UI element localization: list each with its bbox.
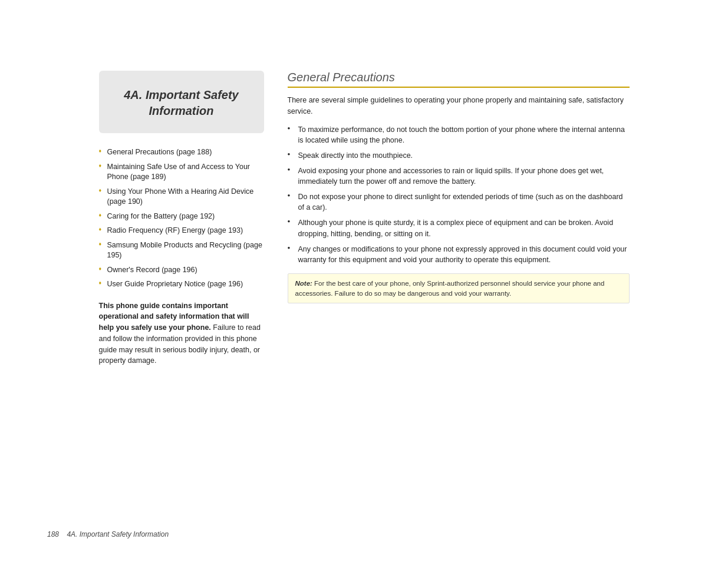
list-item: Owner's Record (page 196) bbox=[99, 265, 264, 276]
footer-chapter-ref: 4A. Important Safety Information bbox=[67, 530, 169, 538]
note-box: Note: For the best care of your phone, o… bbox=[288, 273, 630, 303]
list-item: Samsung Mobile Products and Recycling (p… bbox=[99, 240, 264, 261]
chapter-box: 4A. Important SafetyInformation bbox=[99, 71, 264, 133]
list-item: Although your phone is quite sturdy, it … bbox=[288, 217, 630, 239]
section-title: General Precautions bbox=[288, 71, 630, 84]
table-of-contents: General Precautions (page 188) Maintaini… bbox=[99, 147, 264, 290]
list-item: Radio Frequency (RF) Energy (page 193) bbox=[99, 226, 264, 236]
list-item: General Precautions (page 188) bbox=[99, 147, 264, 158]
list-item: To maximize performance, do not touch th… bbox=[288, 124, 630, 146]
left-column: 4A. Important SafetyInformation General … bbox=[99, 71, 264, 366]
page: 4A. Important SafetyInformation General … bbox=[0, 0, 728, 562]
list-item: User Guide Proprietary Notice (page 196) bbox=[99, 279, 264, 290]
section-intro: There are several simple guidelines to o… bbox=[288, 95, 630, 117]
page-number: 188 bbox=[47, 530, 59, 538]
note-text: For the best care of your phone, only Sp… bbox=[295, 280, 605, 297]
list-item: Do not expose your phone to direct sunli… bbox=[288, 191, 630, 213]
list-item: Caring for the Battery (page 192) bbox=[99, 211, 264, 222]
intro-paragraph: This phone guide contains important oper… bbox=[99, 300, 264, 367]
list-item: Avoid exposing your phone and accessorie… bbox=[288, 166, 630, 187]
list-item: Speak directly into the mouthpiece. bbox=[288, 150, 630, 161]
right-column: General Precautions There are several si… bbox=[288, 71, 630, 366]
list-item: Any changes or modifications to your pho… bbox=[288, 244, 630, 265]
chapter-title: 4A. Important SafetyInformation bbox=[113, 87, 250, 119]
list-item: Maintaining Safe Use of and Access to Yo… bbox=[99, 162, 264, 183]
content-area: 4A. Important SafetyInformation General … bbox=[99, 71, 630, 366]
list-item: Using Your Phone With a Hearing Aid Devi… bbox=[99, 187, 264, 207]
note-label: Note: bbox=[295, 280, 312, 287]
page-footer: 188 4A. Important Safety Information bbox=[47, 530, 169, 538]
section-divider bbox=[288, 87, 630, 88]
precautions-list: To maximize performance, do not touch th… bbox=[288, 124, 630, 265]
